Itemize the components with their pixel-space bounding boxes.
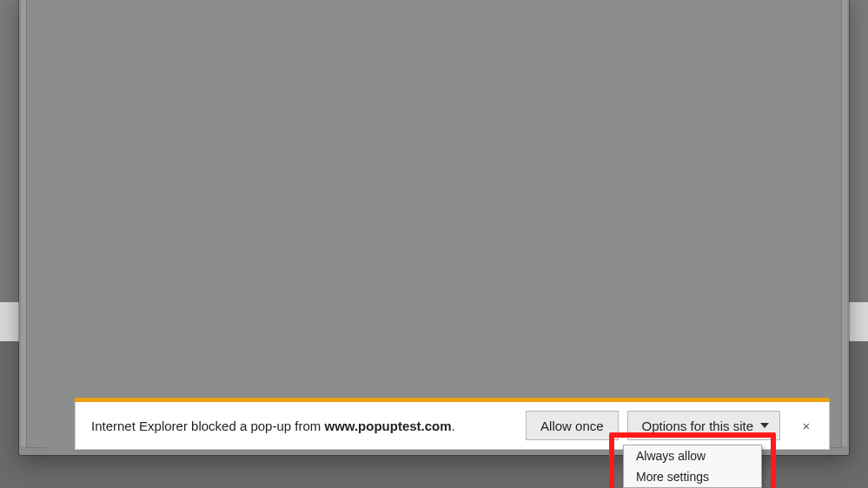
browser-viewport	[26, 0, 842, 448]
notification-bar: Internet Explorer blocked a pop-up from …	[75, 402, 830, 450]
notification-message: Internet Explorer blocked a pop-up from …	[91, 419, 517, 433]
popup-blocked-notification: Internet Explorer blocked a pop-up from …	[75, 398, 830, 450]
notification-suffix: .	[452, 419, 455, 433]
options-dropdown-menu: Always allow More settings	[623, 445, 762, 488]
allow-once-button[interactable]: Allow once	[526, 411, 619, 440]
chevron-down-icon	[760, 423, 769, 428]
notification-site: www.popuptest.com	[324, 419, 451, 433]
browser-window: Internet Explorer blocked a pop-up from …	[19, 0, 849, 455]
notification-prefix: Internet Explorer blocked a pop-up from	[91, 419, 324, 433]
close-notification-button[interactable]: ×	[794, 413, 818, 438]
menu-item-always-allow[interactable]: Always allow	[624, 445, 761, 466]
menu-item-more-settings[interactable]: More settings	[624, 466, 761, 487]
options-for-this-site-button[interactable]: Options for this site	[627, 411, 780, 440]
options-label: Options for this site	[642, 419, 753, 433]
page-content	[47, 0, 821, 448]
